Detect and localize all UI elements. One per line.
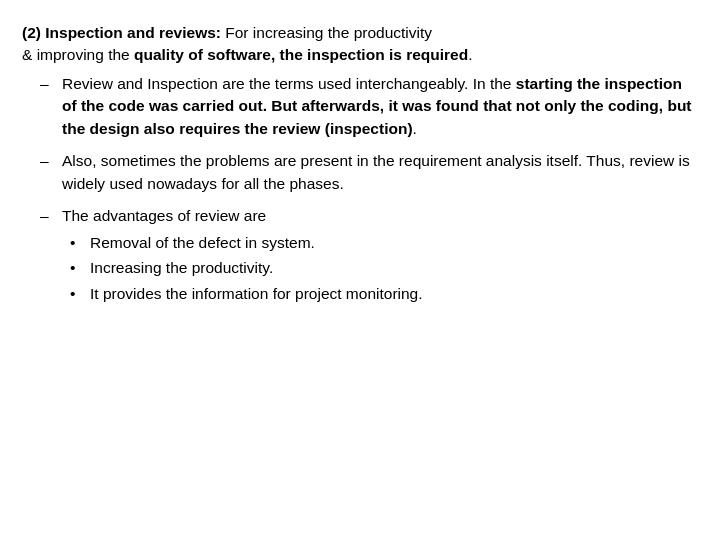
sub-bullet-text: It provides the information for project … <box>90 283 423 305</box>
sub-bullet-text: Removal of the defect in system. <box>90 232 315 254</box>
list-item: – Review and Inspection are the terms us… <box>40 73 692 140</box>
dot-icon: • <box>70 257 86 279</box>
dash-icon: – <box>40 73 58 140</box>
heading-line2-bold: quality of software, the inspection is r… <box>134 46 468 63</box>
list-item: • Removal of the defect in system. <box>70 232 692 254</box>
list-item: – The advantages of review are • Removal… <box>40 205 692 308</box>
bullet-text-1: Review and Inspection are the terms used… <box>62 73 692 140</box>
heading-suffix: For increasing the productivity <box>221 24 432 41</box>
list-item: • Increasing the productivity. <box>70 257 692 279</box>
heading-line2-end: . <box>468 46 472 63</box>
sub-bullet-list: • Removal of the defect in system. • Inc… <box>70 232 692 305</box>
sub-bullet-text: Increasing the productivity. <box>90 257 273 279</box>
dot-icon: • <box>70 283 86 305</box>
bold-text-1: starting the inspection of the code was … <box>62 75 692 137</box>
dot-icon: • <box>70 232 86 254</box>
list-item: – Also, sometimes the problems are prese… <box>40 150 692 195</box>
bullet-text-3: The advantages of review are • Removal o… <box>62 205 692 308</box>
dash-icon: – <box>40 150 58 195</box>
dash-icon: – <box>40 205 58 308</box>
list-item: • It provides the information for projec… <box>70 283 692 305</box>
heading: (2) Inspection and reviews: For increasi… <box>22 22 692 67</box>
bullet-text-2: Also, sometimes the problems are present… <box>62 150 692 195</box>
heading-line2-normal1: & improving the <box>22 46 134 63</box>
main-content: (2) Inspection and reviews: For increasi… <box>0 0 720 340</box>
bullet-sections: – Review and Inspection are the terms us… <box>40 73 692 308</box>
heading-label: (2) Inspection and reviews: <box>22 24 221 41</box>
